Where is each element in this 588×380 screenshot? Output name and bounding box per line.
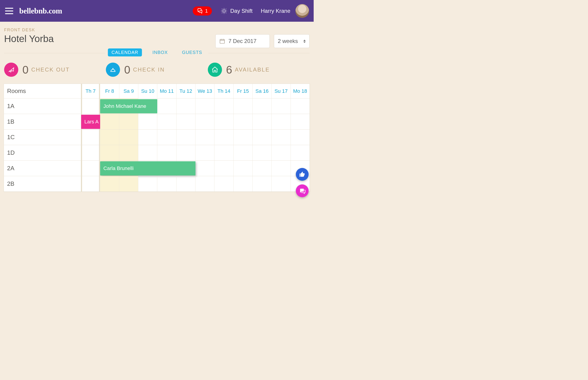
day-cell[interactable]: [215, 161, 234, 176]
svg-line-7: [222, 13, 222, 13]
day-cell[interactable]: [234, 176, 253, 191]
day-cell[interactable]: [272, 176, 291, 191]
day-cell[interactable]: [291, 130, 310, 145]
available-label: AVAILABLE: [235, 66, 270, 73]
day-header-cell[interactable]: Mo 18: [291, 84, 310, 98]
day-cell[interactable]: [138, 176, 157, 191]
day-cell[interactable]: [272, 98, 291, 114]
day-cell[interactable]: [291, 145, 310, 160]
day-cell[interactable]: [81, 176, 100, 191]
day-cell[interactable]: [100, 114, 119, 129]
day-cell[interactable]: [272, 114, 291, 129]
menu-button[interactable]: [5, 8, 13, 14]
day-cell[interactable]: [272, 161, 291, 176]
day-header-cell[interactable]: Th 7: [81, 84, 100, 98]
day-cell[interactable]: [100, 176, 119, 191]
day-cell[interactable]: [81, 130, 100, 145]
user-name[interactable]: Harry Krane: [261, 8, 290, 14]
day-cell[interactable]: [100, 130, 119, 145]
day-cell[interactable]: [138, 145, 157, 160]
room-label[interactable]: 1A: [4, 98, 81, 114]
day-cell[interactable]: [176, 176, 196, 191]
day-header-cell[interactable]: Th 14: [215, 84, 234, 98]
chat-fab[interactable]: [296, 184, 309, 197]
day-cell[interactable]: [176, 114, 196, 129]
day-cell[interactable]: [138, 130, 157, 145]
day-header-cell[interactable]: Su 10: [138, 84, 157, 98]
day-cell[interactable]: [234, 161, 253, 176]
day-header-cell[interactable]: We 13: [196, 84, 215, 98]
room-label[interactable]: 1C: [4, 130, 81, 145]
day-cell[interactable]: [291, 98, 310, 114]
day-cell[interactable]: [215, 114, 234, 129]
range-select[interactable]: 2 weeks: [274, 34, 310, 48]
booking-lars[interactable]: Lars A: [81, 115, 100, 129]
day-cell[interactable]: [176, 98, 196, 114]
shift-toggle[interactable]: Day Shift: [221, 8, 252, 14]
day-cell[interactable]: [272, 145, 291, 160]
day-header-cell[interactable]: Fr 15: [234, 84, 253, 98]
day-cell[interactable]: [157, 98, 176, 114]
day-cell[interactable]: [157, 145, 176, 160]
logo[interactable]: bellebnb.com: [19, 7, 62, 15]
day-header-cell[interactable]: Su 17: [272, 84, 291, 98]
room-label[interactable]: 2A: [4, 161, 81, 176]
day-cell[interactable]: [253, 130, 272, 145]
day-cell[interactable]: [196, 130, 215, 145]
tab-guests[interactable]: GUESTS: [178, 48, 206, 57]
day-cell[interactable]: [215, 145, 234, 160]
day-cell[interactable]: [176, 145, 196, 160]
day-cell[interactable]: [253, 176, 272, 191]
stat-checkout[interactable]: 0 CHECK OUT: [4, 63, 106, 77]
room-label[interactable]: 1B: [4, 114, 81, 129]
day-cell[interactable]: [234, 145, 253, 160]
day-header-cell[interactable]: Fr 8: [100, 84, 119, 98]
tab-calendar[interactable]: CALENDAR: [108, 48, 142, 57]
day-cell[interactable]: [196, 98, 215, 114]
booking-carla[interactable]: Carla Brunelli: [100, 161, 196, 175]
day-cell[interactable]: [196, 176, 215, 191]
day-cell[interactable]: [196, 114, 215, 129]
day-cell[interactable]: [157, 114, 176, 129]
day-cell[interactable]: [253, 114, 272, 129]
notification-pill[interactable]: 1: [193, 6, 212, 16]
avatar[interactable]: [295, 4, 309, 18]
day-cell[interactable]: [253, 161, 272, 176]
day-cell[interactable]: [119, 176, 138, 191]
day-cell[interactable]: [272, 130, 291, 145]
room-label[interactable]: 1D: [4, 145, 81, 160]
day-header-cell[interactable]: Tu 12: [176, 84, 196, 98]
day-cell[interactable]: [157, 130, 176, 145]
day-cell[interactable]: [215, 176, 234, 191]
day-cell[interactable]: [100, 145, 119, 160]
day-cell[interactable]: [157, 176, 176, 191]
day-header-cell[interactable]: Sa 16: [253, 84, 272, 98]
day-header-cell[interactable]: Mo 11: [157, 84, 176, 98]
room-label[interactable]: 2B: [4, 176, 81, 191]
like-fab[interactable]: [296, 168, 309, 181]
day-cell[interactable]: [234, 130, 253, 145]
day-cell[interactable]: [81, 98, 100, 114]
date-picker[interactable]: 7 Dec 2017: [215, 34, 270, 48]
booking-john[interactable]: John Michael Kane: [100, 99, 157, 113]
day-cell[interactable]: [119, 114, 138, 129]
day-cell[interactable]: [253, 98, 272, 114]
day-cell[interactable]: [176, 130, 196, 145]
stat-available[interactable]: 6 AVAILABLE: [208, 63, 310, 77]
day-cell[interactable]: [234, 98, 253, 114]
day-cell[interactable]: [291, 114, 310, 129]
stat-checkin[interactable]: 0 CHECK IN: [106, 63, 208, 77]
day-cell[interactable]: [234, 114, 253, 129]
day-cell[interactable]: [253, 145, 272, 160]
day-header-cell[interactable]: Sa 9: [119, 84, 138, 98]
day-cell[interactable]: [196, 161, 215, 176]
day-cell[interactable]: [138, 114, 157, 129]
day-cell[interactable]: [119, 130, 138, 145]
tab-inbox[interactable]: INBOX: [149, 48, 172, 57]
day-cell[interactable]: [215, 130, 234, 145]
day-cell[interactable]: [215, 98, 234, 114]
day-cell[interactable]: [196, 145, 215, 160]
day-cell[interactable]: [81, 161, 100, 176]
day-cell[interactable]: [119, 145, 138, 160]
day-cell[interactable]: [81, 145, 100, 160]
